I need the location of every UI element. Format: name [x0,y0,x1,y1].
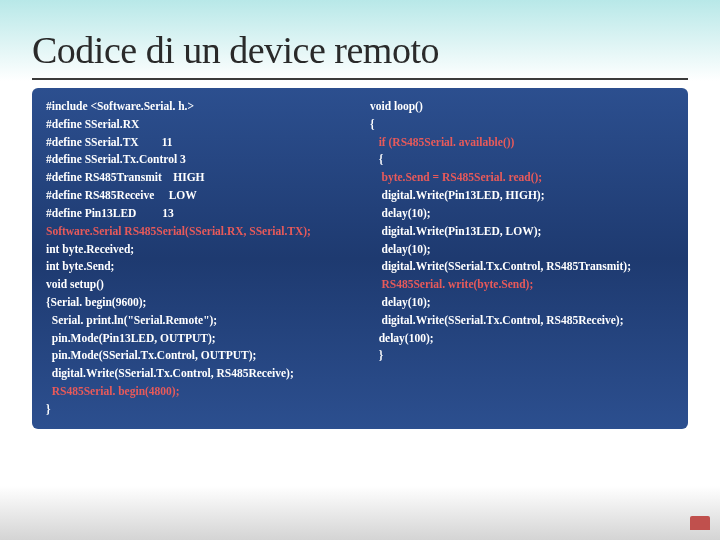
code-line: #include <Software.Serial. h.> [46,98,350,116]
code-line: #define SSerial.RX [46,116,350,134]
code-line: void setup() [46,276,350,294]
code-line: #define RS485Receive LOW [46,187,350,205]
code-line: pin.Mode(Pin13LED, OUTPUT); [46,330,350,348]
code-line: pin.Mode(SSerial.Tx.Control, OUTPUT); [46,347,350,365]
code-line: RS485Serial. write(byte.Send); [370,276,674,294]
code-line: RS485Serial. begin(4800); [46,383,350,401]
code-line: #define SSerial.Tx.Control 3 [46,151,350,169]
code-line: digital.Write(SSerial.Tx.Control, RS485R… [370,312,674,330]
code-line: digital.Write(Pin13LED, HIGH); [370,187,674,205]
code-line: digital.Write(SSerial.Tx.Control, RS485T… [370,258,674,276]
slide-title: Codice di un device remoto [32,28,688,72]
code-line: if (RS485Serial. available()) [370,134,674,152]
code-line: {Serial. begin(9600); [46,294,350,312]
code-line: #define Pin13LED 13 [46,205,350,223]
corner-accent [690,516,710,530]
code-column-left: #include <Software.Serial. h.>#define SS… [46,98,350,419]
code-line: } [46,401,350,419]
code-line: int byte.Send; [46,258,350,276]
code-line: void loop() [370,98,674,116]
slide-container: Codice di un device remoto #include <Sof… [0,0,720,449]
code-line: delay(10); [370,205,674,223]
code-line: #define SSerial.TX 11 [46,134,350,152]
code-line: byte.Send = RS485Serial. read(); [370,169,674,187]
code-column-right: void loop(){ if (RS485Serial. available(… [370,98,674,419]
code-line: delay(10); [370,241,674,259]
code-line: } [370,347,674,365]
code-line: Software.Serial RS485Serial(SSerial.RX, … [46,223,350,241]
code-line: Serial. print.ln("Serial.Remote"); [46,312,350,330]
code-line: int byte.Received; [46,241,350,259]
code-line: { [370,151,674,169]
title-underline [32,78,688,80]
code-line: { [370,116,674,134]
code-line: #define RS485Transmit HIGH [46,169,350,187]
code-line: delay(100); [370,330,674,348]
code-box: #include <Software.Serial. h.>#define SS… [32,88,688,429]
code-line: delay(10); [370,294,674,312]
code-line: digital.Write(Pin13LED, LOW); [370,223,674,241]
code-line: digital.Write(SSerial.Tx.Control, RS485R… [46,365,350,383]
